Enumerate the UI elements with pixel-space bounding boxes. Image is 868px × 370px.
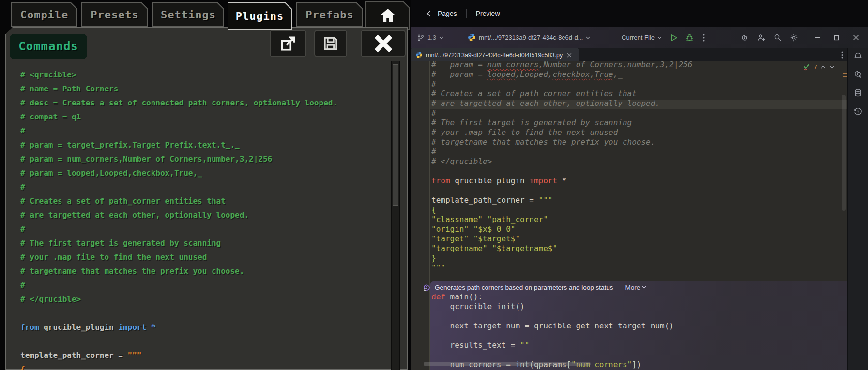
history-icon[interactable] [852,105,864,117]
project-path: mnt/.../972313a9-df27-434c-8e6d-d... [479,34,583,41]
close-button[interactable] [361,30,406,57]
editor-content: # param = num_corners,Number of Corners,… [431,61,838,370]
run-config-label: Current File [622,34,655,41]
code-line: # <qrucible> [20,70,388,84]
preview-header: Pages Preview [411,0,868,27]
home-button[interactable] [365,1,410,30]
notifications-bell-icon[interactable] [852,50,864,62]
ai-assistant-icon[interactable] [739,32,750,43]
tab-compile[interactable]: Compile [11,2,77,27]
code-line [20,309,388,323]
save-icon [322,35,339,52]
editor-horizontal-scrollbar-thumb[interactable] [424,362,591,366]
breadcrumb-pages[interactable]: Pages [438,10,457,17]
debug-button[interactable] [684,32,695,43]
ide-window: Pages Preview 1.3 [411,0,868,370]
problems-count: 7 [814,63,817,71]
code-line: # [20,126,388,140]
code-line: # param = num_corners,Number of Corners,… [431,61,838,70]
code-line: "classname" "path_corner" [431,215,838,224]
code-line: # </qrucible> [431,157,838,166]
code-line: # targetname that matches the prefix you… [20,266,388,281]
code-line [20,337,388,351]
tab-plugins-label: Plugins [228,3,291,29]
vcs-widget[interactable]: 1.3 [417,34,443,42]
search-icon[interactable] [772,32,783,43]
editor-gutter [411,61,430,370]
project-widget[interactable]: mnt/.../972313a9-df27-434c-8e6d-d... [468,33,590,42]
code-with-me-icon[interactable] [756,32,766,43]
code-line: { [20,365,388,370]
plugin-editor-scrollbar [391,61,400,370]
commands-label: Commands [10,34,87,59]
tab-compile-label: Compile [12,3,76,26]
error-stripe-mark[interactable] [843,76,847,77]
settings-gear-icon[interactable] [789,32,799,43]
code-line: from qrucible_plugin import * [20,323,388,337]
file-tab[interactable]: mnt/.../972313a9-df27-434c-8e6d-d0f4f519… [411,48,579,62]
code-line: # your .map file to find the next unused [20,252,388,266]
code-line: # The first target is generated by scann… [20,238,388,252]
code-line: # [431,79,838,89]
tab-plugins[interactable]: Plugins [228,2,292,30]
save-button[interactable] [314,30,347,57]
code-line: from qrucible_plugin import * [431,176,838,186]
inspections-widget[interactable]: 7 [803,63,835,71]
prev-problem-chevron-icon [821,65,826,69]
ai-chat-icon[interactable] [852,69,864,80]
code-line: # param = num_corners,Number of Corners,… [20,154,388,168]
export-icon [279,35,297,52]
ide-toolbar: 1.3 mnt/.../972313a9-df27-434c-8e6d-d...… [411,27,868,48]
code-line: qcrucible_init() [431,302,838,311]
back-chevron-icon[interactable] [423,8,434,19]
breadcrumb-preview[interactable]: Preview [476,10,500,17]
ai-hint-more-button[interactable]: More [625,284,646,291]
code-line: # [431,147,838,157]
database-icon[interactable] [852,87,864,99]
code-editor[interactable]: # param = num_corners,Number of Corners,… [411,61,847,370]
code-line: # The first target is generated by scann… [431,118,838,128]
code-line: template_path_corner = """ [20,351,388,365]
python-icon [468,33,476,42]
git-branch-icon [417,34,425,42]
error-stripe-mark[interactable] [843,73,847,74]
code-line: # are targetted at each other, optionall… [431,99,838,108]
code-line: # param = target_prefix,Target Prefix,te… [20,140,388,154]
window-minimize-icon[interactable] [812,32,822,43]
file-tab-title: mnt/.../972313a9-df27-434c-8e6d-d0f4f519… [426,52,563,59]
plugin-editor-scrollbar-thumb[interactable] [393,64,398,206]
code-line [431,166,838,176]
export-button[interactable] [270,30,306,57]
window-close-icon[interactable] [851,32,861,43]
run-config-widget[interactable]: Current File [622,34,662,41]
tab-settings[interactable]: Settings [152,2,224,27]
code-line: # param = looped,Looped,checkbox,True,_ [431,70,838,79]
editor-vertical-scrollbar-thumb[interactable] [842,95,846,211]
next-problem-chevron-icon [829,65,835,69]
chevron-down-icon [657,36,662,39]
chevron-down-icon [439,36,443,39]
code-line: # desc = Creates a set of connected path… [20,98,388,112]
inspection-check-icon [803,63,810,71]
code-line: # compat = q1 [20,112,388,126]
plugin-code-editor[interactable]: # <qrucible># name = Path Corners# desc … [20,70,388,370]
tab-presets[interactable]: Presets [81,2,148,27]
tab-close-icon[interactable] [567,53,572,58]
window-maximize-icon[interactable] [831,32,842,43]
tab-presets-label: Presets [82,3,147,26]
code-line: "target" "$target$" [431,234,838,244]
code-line [431,331,838,340]
code-line: # param = looped,Looped,checkbox,True,_ [20,168,388,182]
code-line: # name = Path Corners [20,84,388,98]
right-tool-window-bar [847,48,868,370]
close-icon [374,34,393,53]
code-line: # are targetted at each other, optionall… [20,210,388,224]
code-line: template_path_corner = """ [431,195,838,205]
tab-list-kebab-icon[interactable] [841,51,843,59]
code-line [431,273,838,282]
code-line: # your .map file to find the next unused [431,128,838,137]
home-icon [366,2,409,29]
more-actions-kebab-icon[interactable] [699,32,709,43]
tab-prefabs[interactable]: Prefabs [296,2,363,27]
run-button[interactable] [669,32,679,43]
